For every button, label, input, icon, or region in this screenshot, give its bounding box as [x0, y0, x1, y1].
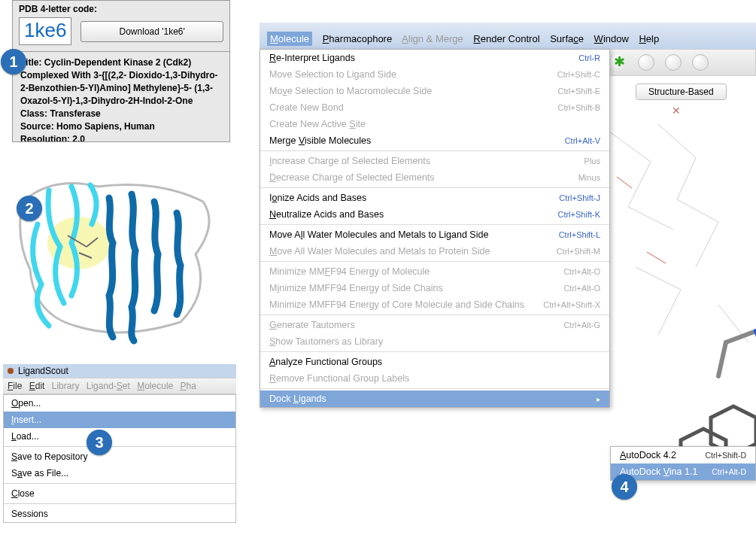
window-title: LigandScout: [18, 366, 68, 376]
file-insert[interactable]: Insert...: [4, 412, 235, 428]
step-badge-4: 4: [612, 474, 637, 500]
pdb-code-label: PDB 4-letter code:: [13, 1, 229, 17]
menu-help[interactable]: Help: [639, 33, 659, 44]
app-main-pane: Molecule Pharmacophore Align & Merge Ren…: [260, 23, 756, 515]
toolbar: [606, 49, 756, 76]
menu-item[interactable]: Dock Ligands▸: [260, 390, 609, 407]
svg-line-11: [696, 222, 718, 267]
menu-item: Generate TautomersCtrl+Alt-G: [260, 317, 609, 333]
menu-item: Decrease Charge of Selected ElementsMinu…: [260, 169, 609, 186]
menu-pharmacophore[interactable]: Pharmacophore: [323, 33, 393, 44]
menu-edit[interactable]: Edit: [29, 381, 45, 391]
file-open[interactable]: Open...: [4, 395, 235, 412]
file-load[interactable]: Load...: [4, 428, 235, 445]
pdb-details-box: Title: Cyclin-Dependent Kinase 2 (Cdk2) …: [13, 51, 229, 141]
svg-line-9: [677, 158, 696, 199]
svg-line-13: [658, 290, 681, 335]
menu-ligand-set[interactable]: Ligand-Set: [87, 381, 130, 391]
menu-item[interactable]: Ionize Acids and BasesCtrl+Shift-J: [260, 190, 609, 206]
dock-ligands-submenu: AutoDock 4.2Ctrl+Shift-DAutoDock Vina 1.…: [610, 446, 756, 481]
svg-line-6: [628, 207, 673, 229]
menu-item: Minimize MMFF94 Energy of Side ChainsCtr…: [260, 280, 609, 296]
menu-bar[interactable]: File Edit Library Ligand-Set Molecule Ph…: [3, 378, 236, 394]
menu-item[interactable]: Merge Visible MoleculesCtrl+Alt-V: [260, 132, 609, 149]
close-icon[interactable]: ✕: [672, 105, 681, 117]
download-button[interactable]: Download '1ke6': [80, 21, 223, 42]
menu-item: Create New Active Site: [260, 116, 609, 132]
svg-line-15: [647, 252, 666, 263]
menu-library[interactable]: Library: [52, 381, 80, 391]
menu-item: Remove Functional Group Labels: [260, 370, 609, 387]
menu-item[interactable]: Neutralize Acids and BasesCtrl+Shift-K: [260, 206, 609, 223]
step-badge-2: 2: [17, 196, 42, 221]
menu-item: Minimize MMFF94 Energy of Core Molecule …: [260, 296, 609, 313]
step-badge-1: 1: [1, 49, 26, 74]
svg-line-19: [718, 342, 726, 376]
svg-line-16: [617, 177, 632, 188]
menu-render-control[interactable]: Render Control: [473, 33, 539, 44]
menu-window[interactable]: Window: [594, 33, 629, 44]
svg-line-5: [628, 162, 651, 207]
file-menu-dropdown: Open... Insert... Load... Save to Reposi…: [3, 394, 236, 523]
menu-item: Increase Charge of Selected ElementsPlus: [260, 153, 609, 169]
svg-line-8: [658, 124, 696, 158]
menu-item: Move Selection to Ligand SideCtrl+Shift-…: [260, 66, 609, 83]
file-close[interactable]: Close: [4, 485, 235, 502]
pdb-class: Transferase: [50, 108, 100, 119]
svg-line-12: [636, 267, 681, 290]
pdb-source: Homo Sapiens, Human: [56, 121, 155, 132]
pdb-class-label: Class:: [20, 108, 47, 119]
toolbar-icon-2[interactable]: [665, 54, 682, 71]
menu-item[interactable]: Move All Water Molecules and Metals to L…: [260, 226, 609, 243]
app-icon: [8, 368, 14, 374]
menu-item: Show Tautomers as Library: [260, 333, 609, 350]
menu-file[interactable]: File: [8, 381, 22, 391]
ligandscout-window: LigandScout File Edit Library Ligand-Set…: [3, 364, 236, 523]
structure-based-tab[interactable]: Structure-Based: [636, 84, 727, 100]
menu-surface[interactable]: Surface: [550, 33, 584, 44]
svg-line-4: [609, 132, 651, 162]
pdb-title: Cyclin-Dependent Kinase 2 (Cdk2) Complex…: [20, 57, 218, 106]
file-save-as-file[interactable]: Save as File...: [4, 465, 235, 482]
menu-molecule-open[interactable]: Molecule: [267, 32, 312, 46]
file-save-repository[interactable]: Save to Repository: [4, 448, 235, 465]
pdb-download-panel: PDB 4-letter code: 1ke6 Download '1ke6' …: [12, 0, 230, 142]
submenu-item[interactable]: AutoDock 4.2Ctrl+Shift-D: [611, 447, 755, 463]
menu-item: Move Selection to Macromolecule SideCtrl…: [260, 83, 609, 99]
menu-item: Create New BondCtrl+Shift-B: [260, 99, 609, 116]
step-badge-3: 3: [87, 430, 112, 455]
toolbar-icon-3[interactable]: [692, 54, 709, 71]
pdb-res-label: Resolution:: [20, 134, 70, 141]
menu-pha[interactable]: Pha: [181, 381, 196, 391]
toolbar-icon-1[interactable]: [638, 54, 654, 71]
menu-item: Minimize MMFF94 Energy of MoleculeCtrl+A…: [260, 263, 609, 280]
window-titlebar: LigandScout: [3, 364, 236, 378]
menu-item[interactable]: Re-Interpret LigandsCtrl-R: [260, 50, 609, 66]
menu-item: Move All Water Molecules and Metals to P…: [260, 243, 609, 260]
menu-item[interactable]: Analyze Functional Groups: [260, 354, 609, 370]
file-sessions[interactable]: Sessions: [4, 506, 235, 522]
highlight-icon[interactable]: [611, 54, 627, 71]
molecule-menu: Re-Interpret LigandsCtrl-RMove Selection…: [260, 49, 610, 408]
app-menu-bar[interactable]: Molecule Pharmacophore Align & Merge Ren…: [260, 23, 756, 49]
menu-align-merge[interactable]: Align & Merge: [402, 33, 463, 44]
menu-molecule[interactable]: Molecule: [137, 381, 173, 391]
svg-line-10: [677, 199, 718, 222]
protein-structure-view: [8, 172, 233, 348]
pdb-res: 2.0: [72, 134, 85, 141]
pdb-code-input[interactable]: 1ke6: [19, 17, 71, 45]
pdb-source-label: Source:: [20, 121, 54, 132]
